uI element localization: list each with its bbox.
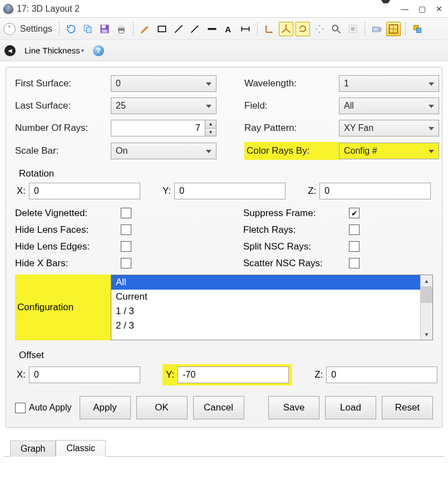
camera-icon[interactable] [370, 22, 384, 36]
scroll-thumb[interactable] [421, 286, 432, 303]
tab-graph[interactable]: Graph [10, 441, 56, 457]
dimension-icon[interactable] [238, 22, 253, 36]
cancel-button[interactable]: Cancel [193, 396, 244, 419]
wavelength-combo[interactable]: 1 [339, 75, 439, 92]
off-y-input[interactable] [183, 370, 284, 380]
auto-apply-checkbox[interactable] [15, 403, 26, 413]
line-diag-icon[interactable] [171, 22, 186, 36]
tab-classic[interactable]: Classic [56, 440, 106, 457]
delete-vignetted-checkbox[interactable] [121, 208, 131, 218]
off-z-input[interactable] [331, 370, 432, 380]
load-button[interactable]: Load [325, 396, 376, 419]
toolbar-secondary: ◄ Line Thickness ? [0, 40, 448, 61]
split-nsc-checkbox[interactable] [349, 241, 360, 252]
spin-down-icon[interactable]: ▼ [205, 129, 216, 136]
off-x-input[interactable] [34, 370, 135, 380]
svg-rect-28 [416, 28, 421, 32]
zoom-icon[interactable] [329, 22, 343, 36]
rot-y-input[interactable] [179, 186, 280, 196]
svg-text:A: A [225, 24, 231, 33]
rectangle-icon[interactable] [155, 22, 169, 36]
axes-2d-icon[interactable] [262, 22, 277, 36]
svg-rect-6 [119, 25, 124, 28]
reset-button[interactable]: Reset [382, 396, 433, 419]
pencil-icon[interactable] [138, 22, 152, 36]
window-title: 17: 3D Layout 2 [17, 4, 378, 14]
last-surface-combo[interactable]: 25 [111, 97, 216, 114]
settings-panel: First Surface: 0 Wavelength: 1 Last Surf… [6, 67, 442, 428]
fletch-rays-checkbox[interactable] [349, 224, 360, 235]
rot-x-label: X: [17, 185, 26, 197]
list-item[interactable]: Current [111, 290, 420, 304]
list-item[interactable]: All [111, 275, 420, 290]
number-rays-label: Number Of Rays: [15, 123, 111, 134]
off-x-label: X: [17, 369, 26, 380]
copy-icon[interactable] [81, 22, 95, 36]
configuration-label: Configuration [15, 275, 111, 340]
svg-line-18 [286, 29, 291, 33]
number-rays-spinner[interactable]: ▲▼ [111, 120, 216, 136]
list-item[interactable]: 1 / 3 [111, 304, 420, 319]
scroll-down-icon[interactable]: ▼ [421, 329, 432, 340]
line-thickness-dropdown[interactable]: Line Thickness [24, 46, 84, 55]
first-surface-label: First Surface: [15, 78, 111, 89]
clock-icon[interactable]: ◄ [4, 45, 16, 56]
text-A-icon[interactable]: A [221, 22, 236, 36]
ray-pattern-combo[interactable]: XY Fan [339, 120, 439, 136]
dropdown-icon[interactable] [378, 3, 393, 14]
split-nsc-label: Split NSC Rays: [243, 241, 349, 252]
scroll-up-icon[interactable]: ▲ [421, 275, 432, 286]
toolbar-primary: ˄ Settings A [0, 18, 448, 40]
close-button[interactable]: ✕ [434, 3, 445, 14]
maximize-button[interactable]: ▢ [416, 3, 428, 14]
minimize-button[interactable]: — [398, 3, 411, 14]
suppress-frame-label: Suppress Frame: [243, 208, 349, 219]
save-icon[interactable] [97, 22, 112, 36]
apply-button[interactable]: Apply [80, 396, 131, 419]
collapse-settings-icon[interactable]: ˄ [3, 23, 16, 35]
help-icon[interactable]: ? [93, 45, 104, 56]
svg-point-19 [332, 25, 338, 31]
target-icon[interactable] [386, 22, 401, 36]
field-combo[interactable]: All [339, 97, 439, 114]
hide-lens-edges-label: Hide Lens Edges: [15, 241, 121, 252]
suppress-frame-checkbox[interactable]: ✔ [349, 208, 360, 218]
delete-vignetted-label: Delete Vignetted: [15, 208, 121, 219]
layers-icon[interactable] [410, 22, 425, 36]
svg-rect-4 [102, 29, 107, 32]
list-item[interactable]: 2 / 3 [111, 319, 420, 333]
offset-title: Offset [16, 349, 432, 364]
scale-bar-combo[interactable]: On [111, 143, 216, 159]
hide-x-bars-checkbox[interactable] [121, 258, 131, 268]
line-horiz-icon[interactable] [205, 22, 219, 36]
rot-z-input[interactable] [324, 186, 426, 196]
rot-x-input[interactable] [34, 186, 135, 196]
off-y-label: Y: [166, 369, 174, 380]
app-icon [3, 4, 13, 14]
axes-3d-icon[interactable] [279, 22, 293, 36]
color-rays-combo[interactable]: Config # [339, 143, 439, 159]
svg-rect-22 [351, 27, 355, 31]
scatter-nsc-checkbox[interactable] [349, 258, 360, 268]
first-surface-combo[interactable]: 0 [111, 75, 216, 92]
save-button[interactable]: Save [268, 396, 319, 419]
pan-icon[interactable] [312, 22, 327, 36]
hide-lens-edges-checkbox[interactable] [121, 241, 131, 252]
listbox-scrollbar[interactable]: ▲ ▼ [420, 275, 432, 340]
hide-lens-faces-checkbox[interactable] [121, 224, 131, 235]
fit-icon[interactable] [346, 22, 360, 36]
settings-label[interactable]: Settings [20, 24, 52, 34]
number-rays-input[interactable] [116, 123, 200, 133]
rotate-icon[interactable] [296, 22, 310, 36]
svg-line-9 [175, 25, 182, 32]
scale-bar-label: Scale Bar: [15, 145, 111, 157]
print-icon[interactable] [114, 22, 129, 36]
refresh-icon[interactable] [64, 22, 78, 36]
arrow-icon[interactable] [188, 22, 203, 36]
bottom-tabs: Graph Classic [0, 433, 448, 457]
rot-y-label: Y: [163, 185, 171, 197]
rot-z-label: Z: [308, 185, 316, 197]
configuration-listbox[interactable]: All Current 1 / 3 2 / 3 ▲ ▼ [111, 275, 433, 340]
ok-button[interactable]: OK [136, 396, 188, 419]
spin-up-icon[interactable]: ▲ [205, 120, 216, 129]
